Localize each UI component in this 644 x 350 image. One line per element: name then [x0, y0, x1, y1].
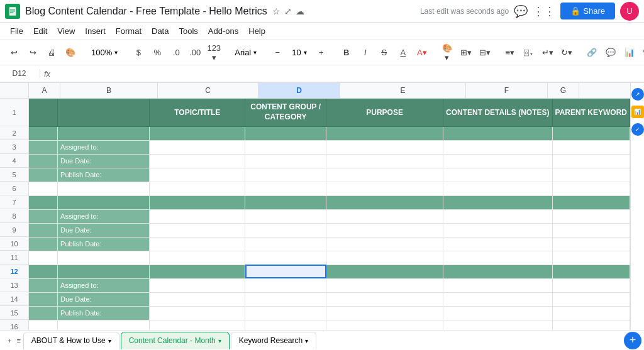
cell-g10[interactable] [552, 237, 630, 251]
cell-a6[interactable] [29, 182, 58, 195]
cloud-icon[interactable]: ☁ [296, 6, 304, 16]
cell-f2[interactable] [443, 126, 552, 140]
zoom-dropdown[interactable]: 100% ▾ [87, 46, 122, 59]
cell-b4[interactable]: Due Date: [58, 154, 150, 168]
cell-d15[interactable] [245, 306, 326, 320]
decimal-more-button[interactable]: .00 [186, 44, 204, 62]
chart-button[interactable]: 📊 [621, 44, 638, 62]
cell-c2[interactable] [150, 126, 245, 140]
cell-c3[interactable] [150, 140, 245, 154]
cell-b13[interactable]: Assigned to: [58, 278, 150, 292]
currency-button[interactable]: $ [130, 44, 147, 62]
cell-a12[interactable] [29, 265, 58, 278]
cell-c11[interactable] [150, 251, 245, 265]
cell-d1[interactable]: CONTENT GROUP /CATEGORY [245, 99, 326, 126]
cell-g6[interactable] [552, 182, 630, 195]
undo-button[interactable]: ↩ [5, 44, 23, 62]
cell-e8[interactable] [326, 209, 443, 223]
cell-b12[interactable] [58, 265, 150, 278]
cell-b5[interactable]: Publish Date: [58, 168, 150, 182]
cell-c7[interactable] [150, 195, 245, 209]
row-num-1[interactable]: 1 [0, 99, 28, 126]
cell-e14[interactable] [326, 292, 443, 306]
cell-a2[interactable] [29, 126, 58, 140]
cell-g5[interactable] [552, 168, 630, 182]
cell-b15[interactable]: Publish Date: [58, 306, 150, 320]
col-header-a[interactable]: A [29, 83, 60, 98]
row-num-16[interactable]: 16 [0, 320, 28, 330]
percent-button[interactable]: % [148, 44, 166, 62]
font-size-decrease[interactable]: − [269, 44, 286, 62]
font-size-dropdown[interactable]: 10 ▾ [287, 46, 311, 59]
cell-c1[interactable]: TOPIC/TITLE [150, 99, 245, 126]
comment-button[interactable]: 💬 [602, 44, 619, 62]
cell-b9[interactable]: Due Date: [58, 223, 150, 237]
cell-d10[interactable] [245, 237, 326, 251]
cell-f8[interactable] [443, 209, 552, 223]
cell-b11[interactable] [58, 251, 150, 265]
cell-e15[interactable] [326, 306, 443, 320]
star-icon[interactable]: ☆ [272, 6, 280, 16]
font-size-increase[interactable]: + [313, 44, 330, 62]
cell-c16[interactable] [150, 320, 245, 330]
cell-a8[interactable] [29, 209, 58, 223]
cell-a9[interactable] [29, 223, 58, 237]
cell-d12[interactable] [245, 265, 326, 278]
menu-addons[interactable]: Add-ons [203, 24, 243, 38]
cell-a13[interactable] [29, 278, 58, 292]
menu-data[interactable]: Data [147, 24, 174, 38]
row-num-2[interactable]: 2 [0, 126, 28, 140]
cell-f11[interactable] [443, 251, 552, 265]
cell-c14[interactable] [150, 292, 245, 306]
col-header-e[interactable]: E [340, 83, 466, 98]
cell-g7[interactable] [552, 195, 630, 209]
cell-d11[interactable] [245, 251, 326, 265]
cell-e12[interactable] [326, 265, 443, 278]
cell-f5[interactable] [443, 168, 552, 182]
cell-f3[interactable] [443, 140, 552, 154]
row-num-5[interactable]: 5 [0, 168, 28, 182]
add-sheet-icon[interactable]: + [624, 332, 641, 349]
cell-e10[interactable] [326, 237, 443, 251]
menu-format[interactable]: Format [111, 24, 147, 38]
cell-f10[interactable] [443, 237, 552, 251]
sheet-tab-about[interactable]: ABOUT & How to Use ▾ [23, 332, 119, 349]
calendar-icon[interactable]: ✓ [631, 123, 644, 136]
row-num-15[interactable]: 15 [0, 306, 28, 320]
row-num-6[interactable]: 6 [0, 182, 28, 195]
explore-icon[interactable]: ↗ [631, 88, 644, 101]
share-button[interactable]: 🔒 Share [560, 3, 615, 19]
italic-button[interactable]: I [357, 44, 374, 62]
cell-f12[interactable] [443, 265, 552, 278]
col-header-f[interactable]: F [466, 83, 548, 98]
row-num-4[interactable]: 4 [0, 154, 28, 168]
redo-button[interactable]: ↪ [24, 44, 42, 62]
cell-b6[interactable] [58, 182, 150, 195]
cell-f14[interactable] [443, 292, 552, 306]
rotate-button[interactable]: ↻▾ [558, 44, 575, 62]
cell-c10[interactable] [150, 237, 245, 251]
menu-edit[interactable]: Edit [28, 24, 52, 38]
menu-insert[interactable]: Insert [80, 24, 111, 38]
cell-a1[interactable] [29, 99, 58, 126]
cell-e7[interactable] [326, 195, 443, 209]
cell-a5[interactable] [29, 168, 58, 182]
bold-button[interactable]: B [338, 44, 355, 62]
cell-c4[interactable] [150, 154, 245, 168]
cell-f6[interactable] [443, 182, 552, 195]
row-num-12[interactable]: 12 [0, 265, 28, 278]
cell-g9[interactable] [552, 223, 630, 237]
wrap-button[interactable]: ↵▾ [539, 44, 557, 62]
row-num-14[interactable]: 14 [0, 292, 28, 306]
col-header-c[interactable]: C [158, 83, 258, 98]
merge-button[interactable]: ⊟▾ [476, 44, 494, 62]
sheets-menu-button[interactable]: ≡ [14, 337, 23, 344]
cell-d13[interactable] [245, 278, 326, 292]
row-num-13[interactable]: 13 [0, 278, 28, 292]
cell-reference[interactable]: D12 [3, 69, 40, 78]
cell-c12[interactable] [150, 265, 245, 278]
menu-file[interactable]: File [5, 24, 28, 38]
avatar[interactable]: U [620, 2, 639, 21]
cell-e5[interactable] [326, 168, 443, 182]
cell-f1[interactable]: CONTENT DETAILS (NOTES) [443, 99, 552, 126]
